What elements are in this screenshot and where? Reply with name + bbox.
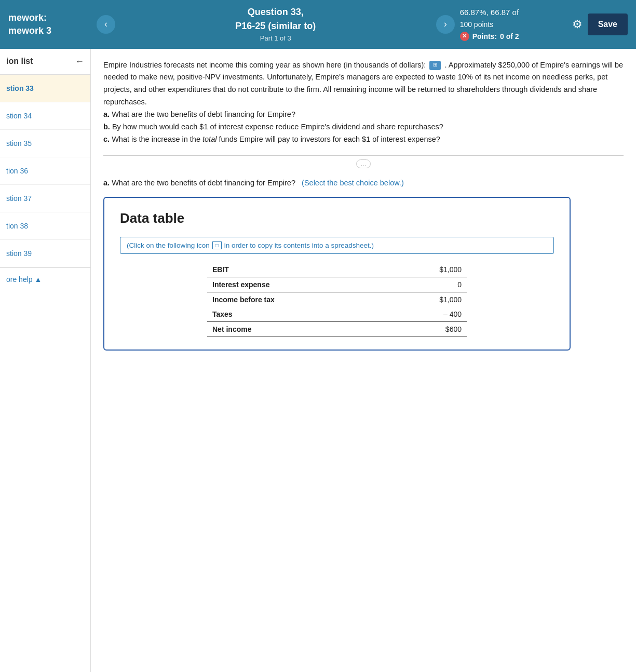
- q-part-a-label: a.: [103, 179, 110, 187]
- divider-dots: ...: [103, 160, 624, 168]
- copy-icon[interactable]: □: [212, 241, 222, 249]
- table-row: Net income $600: [207, 321, 467, 337]
- part-c-italic: total: [202, 135, 216, 143]
- sidebar-footer[interactable]: ore help ▲: [0, 267, 90, 291]
- homework-title: mework: mework 3: [8, 11, 91, 37]
- question-title: Question 33,P16-25 (similar to): [120, 5, 431, 33]
- content-area: Empire Industries forecasts net income t…: [91, 49, 636, 673]
- select-choice-link[interactable]: (Select the best choice below.): [302, 179, 404, 187]
- sidebar-collapse-button[interactable]: ←: [75, 56, 84, 67]
- copy-instruction-text2: in order to copy its contents into a spr…: [224, 241, 374, 249]
- part-label: Part 1 of 3: [120, 33, 431, 44]
- table-row: EBIT $1,000: [207, 262, 467, 277]
- table-cell-label: Taxes: [207, 307, 386, 322]
- page-header: mework: mework 3 ‹ Question 33,P16-25 (s…: [0, 0, 636, 49]
- copy-instruction: (Click on the following icon □ in order …: [120, 237, 554, 254]
- data-table-title: Data table: [120, 210, 554, 226]
- points-x-icon: ✕: [460, 32, 469, 41]
- sidebar-title: ion list: [6, 57, 33, 66]
- main-layout: ion list ← stion 33 stion 34 stion 35 ti…: [0, 49, 636, 673]
- table-row: Taxes – 400: [207, 307, 467, 322]
- points-line: ✕ Points: 0 of 2: [460, 31, 564, 42]
- table-icon[interactable]: ⊞: [429, 61, 441, 70]
- part-a-label: a.: [103, 110, 110, 118]
- table-row: Interest expense 0: [207, 277, 467, 292]
- sidebar: ion list ← stion 33 stion 34 stion 35 ti…: [0, 49, 91, 673]
- part-b-label: b.: [103, 123, 110, 131]
- data-table-popup: Data table (Click on the following icon …: [103, 197, 571, 351]
- table-cell-value: $1,000: [386, 292, 467, 307]
- part-c-text2: funds Empire will pay to investors for e…: [219, 135, 440, 143]
- table-cell-label: EBIT: [207, 262, 386, 277]
- part-a-text: What are the two benefits of debt financ…: [112, 110, 295, 118]
- part-b-text: By how much would each $1 of interest ex…: [112, 123, 443, 131]
- sidebar-item-q34[interactable]: stion 34: [0, 102, 90, 130]
- table-cell-value: 0: [386, 277, 467, 292]
- financial-table: EBIT $1,000 Interest expense 0 Income be…: [207, 262, 467, 337]
- table-cell-label: Interest expense: [207, 277, 386, 292]
- table-cell-value: $1,000: [386, 262, 467, 277]
- sidebar-header: ion list ←: [0, 49, 90, 75]
- divider-line: [103, 155, 624, 156]
- table-cell-label: Net income: [207, 321, 386, 337]
- score-display: 66.87%, 66.87 of 100 points ✕ Points: 0 …: [460, 6, 564, 42]
- table-cell-value: $600: [386, 321, 467, 337]
- sidebar-item-q33[interactable]: stion 33: [0, 75, 90, 102]
- q-part-a-text: What are the two benefits of debt financ…: [112, 179, 300, 187]
- sidebar-item-q39[interactable]: stion 39: [0, 240, 90, 267]
- question-info: Question 33,P16-25 (similar to) Part 1 o…: [120, 5, 431, 44]
- sidebar-item-q36[interactable]: tion 36: [0, 157, 90, 185]
- score-total: 100 points: [460, 19, 564, 30]
- save-button[interactable]: Save: [588, 14, 628, 35]
- gear-icon[interactable]: ⚙: [572, 18, 583, 31]
- table-cell-label: Income before tax: [207, 292, 386, 307]
- sidebar-item-q37[interactable]: stion 37: [0, 185, 90, 212]
- sidebar-item-q35[interactable]: stion 35: [0, 130, 90, 157]
- part-c-text: What is the increase in the: [112, 135, 200, 143]
- table-row: Income before tax $1,000: [207, 292, 467, 307]
- points-label: Points:: [472, 31, 497, 42]
- problem-text: Empire Industries forecasts net income t…: [103, 59, 624, 146]
- sidebar-item-q38[interactable]: tion 38: [0, 212, 90, 240]
- points-value: 0 of 2: [500, 31, 519, 42]
- copy-instruction-text: (Click on the following icon: [127, 241, 210, 249]
- score-value: 66.87%, 66.87 of: [460, 6, 564, 19]
- prev-question-button[interactable]: ‹: [97, 15, 115, 34]
- question-part-a: a. What are the two benefits of debt fin…: [103, 177, 624, 190]
- table-cell-value: – 400: [386, 307, 467, 322]
- problem-text-1: Empire Industries forecasts net income t…: [103, 61, 426, 69]
- next-question-button[interactable]: ›: [436, 15, 455, 34]
- part-c-label: c.: [103, 135, 110, 143]
